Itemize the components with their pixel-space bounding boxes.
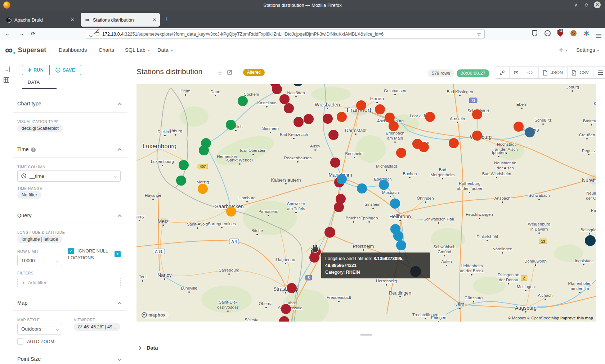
data-point[interactable]: [356, 100, 366, 110]
data-point[interactable]: [419, 142, 429, 152]
data-point[interactable]: [272, 84, 282, 94]
tab-stations-distribution[interactable]: ∞ Stations distribution ✕: [81, 13, 160, 27]
viz-type-value[interactable]: deck.gl Scatterplot: [17, 124, 63, 132]
data-point[interactable]: [226, 120, 236, 130]
altered-badge[interactable]: Altered: [243, 69, 265, 76]
add-filter-plus-button[interactable]: +: [115, 251, 121, 257]
chevron-down-icon[interactable]: [117, 357, 121, 361]
data-point[interactable]: [337, 112, 347, 122]
add-filter-box[interactable]: + Add filter: [17, 277, 121, 288]
tab-close-icon[interactable]: ✕: [71, 17, 74, 22]
nav-settings[interactable]: Settings: [576, 47, 600, 53]
drag-handle[interactable]: [360, 334, 372, 336]
chevron-up-icon[interactable]: [117, 148, 121, 152]
embed-code-button[interactable]: <>: [523, 67, 539, 78]
cookie-icon[interactable]: [570, 30, 577, 36]
map-attribution[interactable]: © Mapbox © OpenStreetMap Improve this ma…: [508, 316, 593, 320]
data-point[interactable]: [226, 206, 236, 217]
extension-icon[interactable]: [583, 30, 590, 37]
nav-sql-lab[interactable]: SQL Lab: [125, 47, 150, 53]
data-point[interactable]: [304, 114, 314, 124]
data-panel-toggle[interactable]: Data: [138, 345, 158, 351]
data-point[interactable]: [337, 174, 347, 184]
minimize-button[interactable]: ∨: [574, 2, 578, 8]
run-button[interactable]: RUN: [22, 65, 50, 75]
collapse-panel-icon[interactable]: →: [4, 67, 10, 72]
section-time[interactable]: Timei: [17, 146, 36, 152]
reload-button[interactable]: ⟳: [31, 31, 36, 37]
url-bar[interactable]: 172.18.0.4:32251/superset/explore/?form_…: [86, 29, 485, 39]
pocket-icon[interactable]: [532, 30, 537, 36]
favorite-star-icon[interactable]: ☆: [217, 69, 223, 77]
export-csv-button[interactable]: x .CSV: [568, 67, 593, 78]
back-button[interactable]: ←: [5, 31, 10, 37]
data-point[interactable]: [396, 148, 406, 158]
tab-close-icon[interactable]: ✕: [153, 17, 156, 22]
data-point[interactable]: [293, 117, 304, 127]
data-point[interactable]: [323, 114, 333, 124]
tab-apache-druid[interactable]: Apache Druid ✕: [2, 13, 78, 27]
section-map[interactable]: Map: [17, 300, 27, 306]
new-tab-button[interactable]: +: [165, 15, 169, 23]
save-button[interactable]: SAVE: [50, 65, 81, 75]
data-point[interactable]: [179, 160, 189, 170]
chevron-up-icon[interactable]: [117, 214, 121, 218]
map-canvas[interactable]: PrümDaunCochemKastellaunNastättenWiesbad…: [136, 84, 596, 322]
data-point[interactable]: [357, 183, 367, 194]
email-button[interactable]: ✉: [510, 67, 523, 78]
chevron-up-icon[interactable]: [117, 302, 121, 306]
data-point[interactable]: [176, 176, 186, 186]
data-point[interactable]: [375, 104, 385, 114]
data-point[interactable]: [449, 138, 459, 148]
nav-add-button[interactable]: +: [559, 46, 568, 54]
data-point[interactable]: [330, 158, 340, 168]
data-point[interactable]: [472, 109, 482, 119]
data-point[interactable]: [393, 231, 403, 241]
edit-title-icon[interactable]: [227, 69, 233, 77]
data-point[interactable]: [238, 96, 248, 106]
data-point[interactable]: [514, 122, 524, 132]
nav-dashboards[interactable]: Dashboards: [59, 47, 87, 53]
mapbox-logo[interactable]: mapbox: [140, 311, 169, 319]
data-point[interactable]: [396, 240, 406, 250]
container-mask-icon[interactable]: [544, 30, 551, 36]
data-point[interactable]: [585, 235, 596, 246]
datasource-grid-icon[interactable]: [4, 77, 9, 83]
data-point[interactable]: [472, 131, 482, 141]
close-button[interactable]: ✕: [594, 1, 601, 8]
data-point[interactable]: [199, 145, 209, 155]
forward-button[interactable]: →: [19, 31, 24, 37]
data-point[interactable]: [425, 112, 435, 122]
time-column-select[interactable]: __time: [17, 170, 121, 182]
data-point[interactable]: [198, 184, 208, 194]
tracking-shield-icon[interactable]: [89, 32, 93, 37]
data-point[interactable]: [525, 127, 535, 137]
data-point[interactable]: [390, 199, 400, 209]
more-menu-button[interactable]: [593, 67, 605, 78]
map-style-select[interactable]: Outdoors: [17, 323, 62, 335]
nav-data[interactable]: Data: [157, 47, 173, 53]
nav-charts[interactable]: Charts: [99, 47, 114, 53]
maximize-button[interactable]: ◇: [584, 2, 588, 8]
data-point[interactable]: [287, 283, 297, 293]
share-link-button[interactable]: [495, 67, 510, 78]
tab-data[interactable]: DATA: [28, 80, 40, 85]
data-point[interactable]: [334, 202, 344, 212]
data-point[interactable]: [328, 130, 339, 140]
data-point[interactable]: [379, 180, 389, 190]
viewport-value[interactable]: 8° 46' 45.28" | 49...: [74, 323, 120, 331]
data-point[interactable]: [284, 103, 294, 113]
data-point[interactable]: [281, 304, 291, 314]
data-point[interactable]: [324, 227, 335, 238]
menu-icon[interactable]: [596, 36, 601, 36]
time-range-value[interactable]: No filter: [17, 191, 41, 199]
lonlat-value[interactable]: longitude | latitude: [17, 235, 62, 243]
bookmark-star-icon[interactable]: ☆: [477, 31, 481, 37]
data-point[interactable]: [389, 121, 399, 131]
section-point-size[interactable]: Point Size: [17, 356, 41, 362]
export-json-button[interactable]: .JSON: [539, 67, 568, 78]
superset-logo[interactable]: ∞. Superset: [5, 45, 46, 55]
auto-zoom-checkbox[interactable]: [17, 338, 23, 345]
section-chart-type[interactable]: Chart type: [17, 101, 41, 106]
chevron-up-icon[interactable]: [117, 103, 121, 106]
